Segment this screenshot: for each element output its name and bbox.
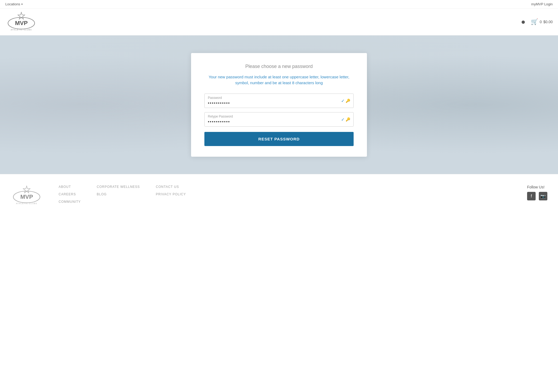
retype-key-icon: 🔑 bbox=[346, 117, 350, 122]
instagram-icon[interactable]: 📷 bbox=[539, 192, 547, 200]
checkmark-icon: ✓ bbox=[341, 98, 345, 103]
footer-privacy-link[interactable]: PRIVACY POLICY bbox=[156, 192, 186, 196]
svg-marker-0 bbox=[18, 12, 25, 19]
cart-count: 0 bbox=[540, 20, 542, 24]
retype-password-label: Retype Password bbox=[208, 115, 350, 118]
retype-checkmark-icon: ✓ bbox=[341, 117, 345, 122]
password-label: Password bbox=[208, 96, 350, 100]
hero-section: Please choose a new password Your new pa… bbox=[0, 35, 558, 174]
retype-password-field-group: Retype Password ✓ 🔑 bbox=[204, 112, 354, 127]
retype-password-input[interactable] bbox=[208, 119, 350, 124]
form-subtitle: Your new password must include at least … bbox=[204, 74, 354, 86]
svg-text:ATHLETIC CLUBS: ATHLETIC CLUBS bbox=[16, 203, 37, 204]
form-title: Please choose a new password bbox=[204, 64, 354, 69]
svg-text:MVP: MVP bbox=[15, 20, 28, 26]
cart-icon: 🛒 bbox=[531, 18, 538, 25]
password-input[interactable] bbox=[208, 101, 350, 106]
logo-area: MVP ATHLETIC CLUBS bbox=[5, 11, 37, 33]
cart-amount: $0.00 bbox=[543, 20, 553, 24]
footer-blog-link[interactable]: BLOG bbox=[97, 192, 140, 196]
reset-password-form-card: Please choose a new password Your new pa… bbox=[191, 53, 367, 157]
top-bar: Locations ▾ myMVP Login bbox=[0, 0, 558, 9]
key-icon: 🔑 bbox=[346, 99, 350, 103]
svg-text:ATHLETIC CLUBS: ATHLETIC CLUBS bbox=[11, 29, 32, 31]
footer-col-2: CORPORATE WELLNESS BLOG bbox=[97, 185, 140, 196]
svg-marker-4 bbox=[23, 186, 30, 193]
header-icons: ● 🛒 0 $0.00 bbox=[521, 18, 553, 26]
footer-corporate-link[interactable]: CORPORATE WELLNESS bbox=[97, 185, 140, 189]
header: MVP ATHLETIC CLUBS ● 🛒 0 $0.00 bbox=[0, 9, 558, 35]
locations-button[interactable]: Locations ▾ bbox=[5, 2, 23, 6]
footer-about-link[interactable]: ABOUT bbox=[59, 185, 81, 189]
locations-dropdown-arrow: ▾ bbox=[21, 3, 23, 6]
account-icon[interactable]: ● bbox=[521, 18, 525, 26]
facebook-icon[interactable]: f bbox=[527, 192, 536, 200]
footer-col-1: ABOUT CAREERS COMMUNITY bbox=[59, 185, 81, 204]
password-valid-icon: ✓ 🔑 bbox=[341, 98, 350, 103]
footer-col-3: CONTACT US PRIVACY POLICY bbox=[156, 185, 186, 196]
reset-password-button[interactable]: RESET PASSWORD bbox=[204, 132, 354, 146]
cart-area[interactable]: 🛒 0 $0.00 bbox=[531, 18, 553, 25]
footer-contact-link[interactable]: CONTACT US bbox=[156, 185, 186, 189]
mymvp-login-link[interactable]: myMVP Login bbox=[531, 2, 553, 6]
password-field-group: Password ✓ 🔑 bbox=[204, 94, 354, 108]
footer: MVP ATHLETIC CLUBS ABOUT CAREERS COMMUNI… bbox=[0, 174, 558, 218]
footer-community-link[interactable]: COMMUNITY bbox=[59, 200, 81, 204]
svg-text:MVP: MVP bbox=[20, 193, 33, 200]
footer-logo-area: MVP ATHLETIC CLUBS bbox=[11, 185, 43, 207]
footer-follow-section: Follow Us! f 📷 bbox=[527, 185, 547, 200]
footer-careers-link[interactable]: CAREERS bbox=[59, 192, 81, 196]
follow-label: Follow Us! bbox=[527, 185, 547, 189]
footer-mvp-logo: MVP ATHLETIC CLUBS bbox=[11, 185, 43, 206]
retype-valid-icon: ✓ 🔑 bbox=[341, 117, 350, 122]
social-icons-area: f 📷 bbox=[527, 192, 547, 200]
locations-label: Locations bbox=[5, 2, 20, 6]
mvp-logo: MVP ATHLETIC CLUBS bbox=[5, 11, 37, 33]
